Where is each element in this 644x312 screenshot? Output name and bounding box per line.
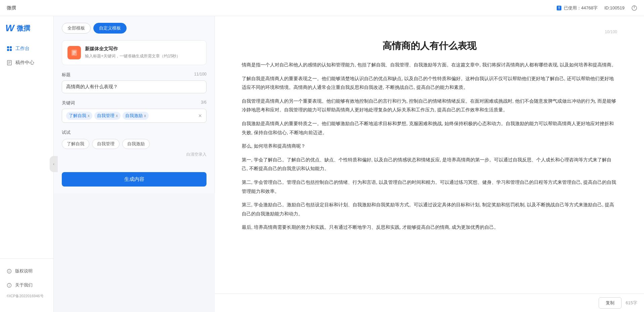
suggestions: 了解自我 自我管理 自我激励 [62,139,206,149]
keyword-text-2: 自我管理 [97,113,114,119]
svg-rect-4 [7,46,9,48]
keyword-remove-2[interactable]: x [116,113,118,118]
title-label-row: 标题 11/100 [62,72,206,78]
svg-rect-5 [10,46,12,48]
svg-text:©: © [8,270,10,273]
tab-all[interactable]: 全部模板 [62,23,91,34]
sidebar-item-copyright[interactable]: © 版权说明 [0,264,53,278]
usage-text: 已使用：44768字 [564,5,598,11]
keyword-tag-2[interactable]: 自我管理 x [94,112,121,120]
paragraph-9: 最后, 培养高情商需要长期的努力和实践。只有通过不断地学习、反思和实践, 才能够… [242,223,617,232]
sidebar-item-about[interactable]: i 关于我们 [0,278,53,292]
drafts-label: 稿件中心 [15,60,34,66]
topbar: 微撰 T 已使用：44768字 ID:100519 [0,0,644,16]
content-body: 情商是指一个人对自己和他人的感情的认知和管理能力, 包括了解自我、自我管理、自我… [242,60,617,232]
paragraph-5: 那么, 如何培养和提高情商呢？ [242,142,617,151]
keyword-text-3: 自我激励 [125,113,143,119]
template-desc: 输入标题+关键词，一键准确生成所需文章（约15秒） [85,53,180,59]
drafts-icon [7,60,12,65]
svg-rect-6 [7,49,9,51]
template-info: 新媒体全文写作 输入标题+关键词，一键准确生成所需文章（约15秒） [85,46,180,59]
title-count: 11/100 [194,72,206,78]
logo-w: W [5,23,14,34]
copy-button[interactable]: 复制 [599,297,622,309]
suggestions-title: 试试 [62,129,206,136]
collapse-arrow[interactable]: ‹ [50,156,58,172]
paragraph-2: 了解自我是高情商人的重要表现之一。他们能够清楚地认识自己的优点和缺点, 以及自己… [242,74,617,92]
usage-info: T 已使用：44768字 [556,5,598,11]
keyword-tag-3[interactable]: 自我激励 x [123,112,149,120]
paragraph-8: 第三, 学会激励自己。激励自己包括设定目标和计划、自我激励和自我奖励等方式。可以… [242,200,617,218]
workbench-label: 工作台 [15,46,30,52]
keywords-count: 3/6 [201,100,206,106]
keywords-label-row: 关键词 3/6 [62,100,206,106]
sidebar-nav: 工作台 稿件中心 [0,42,53,258]
content-scroll: 10/100 高情商的人有什么表现 情商是指一个人对自己和他人的感情的认知和管理… [215,16,644,294]
suggestions-section: 试试 了解自我 自我管理 自我激励 白清空录入 [62,129,206,157]
about-icon: i [7,283,12,288]
logo-text: 微撰 [17,24,30,33]
keyword-tag-1[interactable]: 了解自我 x [66,112,92,120]
suggestion-1[interactable]: 了解自我 [62,139,89,149]
svg-text:i: i [9,284,10,287]
info-icon: T [556,5,562,11]
paragraph-6: 第一, 学会了解自己。了解自己的优点、缺点、个性特质和偏好, 以及自己的情感状态… [242,155,617,173]
paragraph-7: 第二, 学会管理自己。管理自己包括控制自己的情绪、行为和言语, 以及管理自己的时… [242,178,617,196]
topbar-right: T 已使用：44768字 ID:100519 [556,5,637,11]
suggestion-2[interactable]: 自我管理 [92,139,120,149]
content-title: 高情商的人有什么表现 [242,40,617,52]
paragraph-3: 自我管理是高情商人的另一个重要表现。他们能够有效地控制自己的言行和行为, 控制自… [242,97,617,114]
suggestion-3[interactable]: 自我激励 [122,139,150,149]
paragraph-1: 情商是指一个人对自己和他人的感情的认知和管理能力, 包括了解自我、自我管理、自我… [242,60,617,69]
beian: ©ICP备2022016946号 [0,292,53,300]
keywords-box[interactable]: 了解自我 x 自我管理 x 自我激励 x ✕ [62,109,206,123]
svg-rect-7 [10,49,12,51]
keyword-text-1: 了解自我 [69,113,86,119]
svg-text:T: T [558,6,560,10]
content-panel: 10/100 高情商的人有什么表现 情商是指一个人对自己和他人的感情的认知和管理… [215,16,644,312]
keyword-remove-1[interactable]: x [88,113,90,118]
title-label: 标题 [62,72,71,78]
title-input[interactable] [62,81,206,93]
generate-button[interactable]: 生成内容 [62,172,206,187]
copyright-icon: © [7,269,12,274]
keywords-section: 关键词 3/6 了解自我 x 自我管理 x 自我激励 [62,100,206,123]
content-meta: 10/100 [242,30,617,34]
id-info: ID:100519 [604,5,625,10]
about-label: 关于我们 [15,282,33,288]
power-icon[interactable] [631,5,637,11]
keyword-remove-3[interactable]: x [144,113,146,118]
paragraph-4: 自我激励是高情商人的重要特质之一。他们能够激励自己不断地追求目标和梦想, 克服困… [242,119,617,137]
clear-link[interactable]: 白清空录入 [62,152,206,157]
template-title: 新媒体全文写作 [85,46,180,52]
sidebar-item-workbench[interactable]: 工作台 [0,42,53,56]
sidebar-bottom: © 版权说明 i 关于我们 ©ICP备2022016946号 [0,258,53,305]
keywords-label: 关键词 [62,100,75,106]
sidebar-item-drafts[interactable]: 稿件中心 [0,56,53,70]
tabs: 全部模板 自定义模板 [62,23,206,34]
middle-panel: 全部模板 自定义模板 新媒体全文写作 [54,16,215,193]
copyright-label: 版权说明 [15,268,33,274]
logo-area: W 微撰 [0,23,53,42]
workbench-icon [7,46,12,51]
tab-custom[interactable]: 自定义模板 [93,23,127,34]
title-section: 标题 11/100 [62,72,206,93]
word-count: 615字 [626,300,637,306]
template-icon [67,46,81,59]
keywords-clear[interactable]: ✕ [198,113,202,118]
topbar-title: 微撰 [7,5,16,11]
content-footer: 复制 615字 [215,294,644,312]
template-card[interactable]: 新媒体全文写作 输入标题+关键词，一键准确生成所需文章（约15秒） [62,40,206,65]
sidebar: W 微撰 工作台 稿件中心 [0,16,54,312]
